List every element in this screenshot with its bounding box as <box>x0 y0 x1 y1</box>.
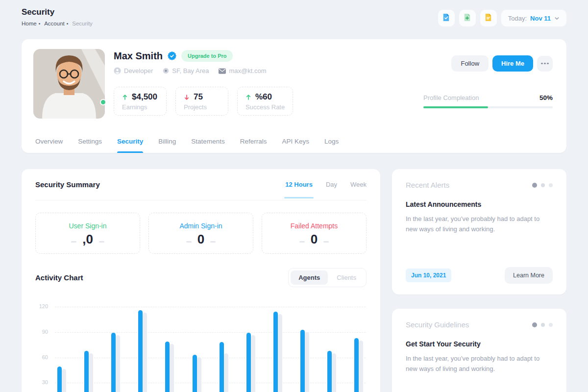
chart-bar <box>165 342 170 392</box>
date-picker[interactable]: Today: Nov 11 <box>501 10 566 26</box>
tab-statements[interactable]: Statements <box>191 138 224 153</box>
notes-file-button[interactable] <box>480 10 497 26</box>
profile-card: Max Smith Upgrade to Pro Developer SF, B… <box>22 39 566 153</box>
failed-attempts-value: 0 <box>299 232 329 247</box>
chart-bar-shadow <box>170 344 174 392</box>
tab-security[interactable]: Security <box>117 138 143 153</box>
stat-earnings-value: $4,500 <box>132 92 157 102</box>
chart-bar <box>193 355 197 392</box>
chart-gridline <box>55 332 366 333</box>
toggle-agents[interactable]: Agents <box>291 270 328 285</box>
carousel-dots <box>532 183 553 188</box>
tab-referrals[interactable]: Referrals <box>240 138 267 153</box>
avatar-photo <box>33 49 105 119</box>
profile-stats: $4,500 Earnings 75 Projects %6 <box>114 87 293 116</box>
admin-sign-in-box: Admin Sign-in 0 <box>148 213 253 254</box>
tasks-file-button[interactable] <box>438 10 455 26</box>
profile-email-label: max@kt.com <box>229 67 266 74</box>
carousel-dot-active[interactable] <box>532 183 537 188</box>
profile-completion-bar <box>423 106 553 108</box>
chart-ytick-label: 30 <box>35 379 48 385</box>
carousel-dot[interactable] <box>541 323 545 327</box>
stat-projects: 75 Projects <box>175 87 228 116</box>
date-value: Nov 11 <box>530 15 551 22</box>
profile-location-label: SF, Bay Area <box>172 67 209 74</box>
security-guidelines-card: Security Guidelines Get Start Your Secur… <box>392 309 566 392</box>
chart-bar <box>57 367 62 392</box>
toggle-clients[interactable]: Clients <box>329 270 364 285</box>
file-plus-icon <box>463 13 472 24</box>
chart-bar-shadow <box>224 353 228 392</box>
avatar <box>33 49 105 119</box>
topbar-left: Security Home• Account• Security <box>22 7 93 26</box>
breadcrumb-separator: • <box>39 21 41 26</box>
profile-location: SF, Bay Area <box>163 67 209 74</box>
user-sign-in-label: User Sign-in <box>69 222 106 230</box>
profile-tabs: Overview Settings Security Billing State… <box>35 138 339 153</box>
profile-completion-fill <box>423 106 488 108</box>
period-day[interactable]: Day <box>326 169 337 200</box>
profile-role: Developer <box>114 67 153 74</box>
chart-bar-shadow <box>116 335 120 392</box>
file-lines-icon <box>484 13 493 24</box>
trend-up-icon <box>245 94 251 100</box>
carousel-dot[interactable] <box>549 323 553 327</box>
admin-sign-in-value: 0 <box>186 232 216 247</box>
breadcrumb-account[interactable]: Account <box>44 21 65 26</box>
upgrade-to-pro-badge[interactable]: Upgrade to Pro <box>181 50 233 62</box>
chart-gridline <box>55 307 366 307</box>
admin-sign-in-label: Admin Sign-in <box>179 222 222 230</box>
guidelines-headline: Get Start Your Security <box>406 340 553 348</box>
period-week[interactable]: Week <box>350 169 367 200</box>
chart-bar <box>84 351 89 392</box>
tab-api-keys[interactable]: API Keys <box>282 138 309 153</box>
chart-bar-shadow <box>359 341 363 392</box>
period-12-hours[interactable]: 12 Hours <box>285 169 313 200</box>
profile-completion: Profile Compleation 50% <box>423 94 553 108</box>
chart-bar-shadow <box>62 369 66 392</box>
tab-overview[interactable]: Overview <box>35 138 63 153</box>
breadcrumb-current: Security <box>72 21 93 26</box>
chart-bar-shadow <box>197 357 201 392</box>
activity-chart-plot: 306090120 <box>35 300 367 392</box>
tab-settings[interactable]: Settings <box>78 138 102 153</box>
carousel-dot[interactable] <box>549 183 553 187</box>
recent-alerts-card: Recent Alerts Latest Announcements In th… <box>392 169 566 294</box>
hire-me-button[interactable]: Hire Me <box>492 55 533 72</box>
more-options-button[interactable] <box>537 56 553 72</box>
chart-bar <box>300 330 305 392</box>
security-summary-title: Security Summary <box>35 180 100 189</box>
tab-logs[interactable]: Logs <box>324 138 339 153</box>
chart-bar-shadow <box>251 335 255 392</box>
carousel-dots <box>532 322 553 327</box>
summary-stat-boxes: User Sign-in ,0 Admin Sign-in 0 Failed A… <box>35 213 367 254</box>
breadcrumb-home[interactable]: Home <box>22 21 37 26</box>
alert-date-badge[interactable]: Jun 10, 2021 <box>406 269 451 282</box>
stat-earnings-label: Earnings <box>122 103 158 111</box>
profile-info: Max Smith Upgrade to Pro Developer SF, B… <box>114 50 293 116</box>
chart-bar-shadow <box>332 353 336 392</box>
profile-completion-label: Profile Compleation <box>423 94 479 101</box>
chart-bar <box>273 312 278 392</box>
chart-bar-shadow <box>89 353 93 392</box>
stat-success-rate: %60 Success Rate <box>237 87 293 116</box>
profile-completion-value: 50% <box>539 94 553 101</box>
chart-bar <box>138 310 143 392</box>
follow-button[interactable]: Follow <box>451 55 489 72</box>
verified-badge-icon <box>167 51 177 61</box>
learn-more-button[interactable]: Learn More <box>505 267 553 284</box>
trend-down-icon <box>184 94 190 100</box>
recent-alerts-title: Recent Alerts <box>406 181 449 189</box>
carousel-dot[interactable] <box>541 183 545 187</box>
chart-audience-toggle: Agents Clients <box>288 268 367 287</box>
chart-bar-shadow <box>278 314 282 392</box>
profile-role-label: Developer <box>124 67 153 74</box>
carousel-dot-active[interactable] <box>532 322 537 327</box>
tab-billing[interactable]: Billing <box>158 138 176 153</box>
chart-bar <box>246 333 251 392</box>
file-check-icon <box>441 13 451 24</box>
add-file-button[interactable] <box>459 10 476 26</box>
page-title: Security <box>22 7 93 17</box>
trend-up-icon <box>122 94 128 100</box>
breadcrumb-separator: • <box>67 21 69 26</box>
